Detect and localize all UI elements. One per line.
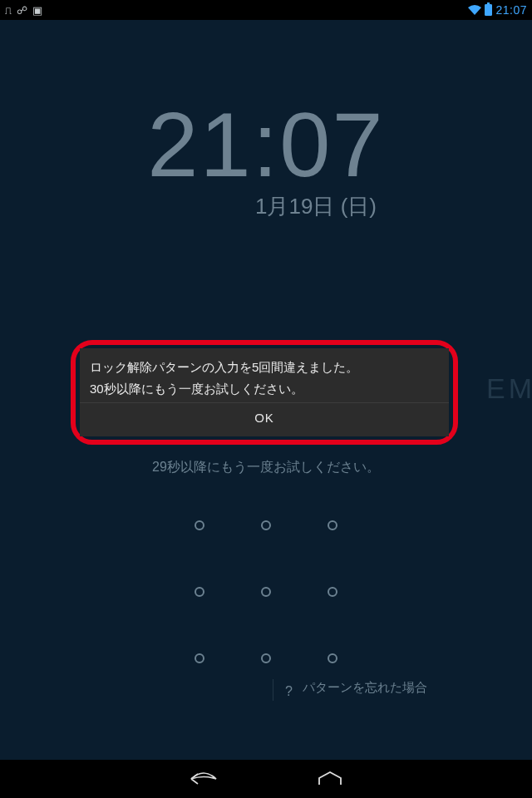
emergency-call-hint: EM — [486, 372, 532, 405]
lockout-dialog: ロック解除パターンの入力を5回間違えました。 30秒以降にもう一度お試しください… — [80, 348, 449, 436]
pattern-unlock-grid[interactable] — [0, 492, 532, 692]
pattern-dot[interactable] — [233, 492, 299, 559]
home-button[interactable] — [318, 771, 342, 786]
camera-icon: ▣ — [32, 5, 42, 16]
clock-date: 1月19日 (日) — [0, 192, 532, 221]
annotation-highlight-ring: ロック解除パターンの入力を5回間違えました。 30秒以降にもう一度お試しください… — [71, 340, 458, 445]
back-button[interactable] — [190, 771, 218, 787]
navigation-bar — [0, 760, 532, 798]
status-bar: ⎍ ☍ ▣ 21:07 — [0, 0, 532, 20]
dialog-message-line2: 30秒以降にもう一度お試しください。 — [90, 378, 439, 400]
android-debug-icon: ☍ — [17, 5, 27, 16]
pattern-dot[interactable] — [299, 492, 366, 559]
pattern-dot[interactable] — [166, 625, 233, 692]
status-time: 21:07 — [495, 3, 527, 17]
pattern-dot[interactable] — [166, 492, 233, 559]
usb-icon: ⎍ — [5, 5, 12, 16]
lockscreen-clock: 21:07 1月19日 (日) — [0, 91, 532, 221]
pattern-dot[interactable] — [166, 559, 233, 625]
help-icon: ? — [285, 682, 293, 701]
forgot-pattern-button[interactable]: ? パターンを忘れた場合 — [273, 679, 439, 701]
pattern-dot[interactable] — [299, 559, 366, 625]
wifi-icon — [468, 3, 481, 17]
forgot-pattern-label: パターンを忘れた場合 — [303, 679, 427, 696]
ok-button[interactable]: OK — [254, 411, 274, 425]
retry-countdown-text: 29秒以降にもう一度お試しください。 — [0, 459, 532, 476]
clock-time: 21:07 — [0, 91, 532, 197]
pattern-dot[interactable] — [233, 559, 299, 625]
dialog-message-line1: ロック解除パターンの入力を5回間違えました。 — [90, 357, 439, 378]
battery-icon — [485, 4, 492, 16]
